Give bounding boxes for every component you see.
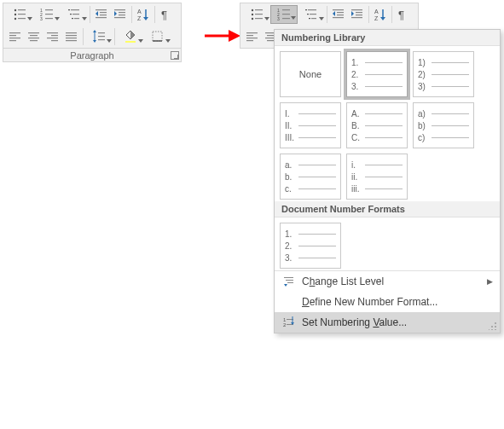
- svg-marker-82: [333, 11, 335, 16]
- svg-rect-19: [100, 12, 107, 13]
- format-option[interactable]: i. ii. iii.: [346, 154, 408, 200]
- borders-button[interactable]: [144, 27, 171, 46]
- resize-grip-icon[interactable]: [489, 322, 497, 330]
- fmt-label: b): [418, 121, 432, 130]
- format-option[interactable]: 1. 2. 3.: [346, 51, 408, 97]
- multilevel-list-button[interactable]: [61, 5, 88, 24]
- svg-rect-34: [9, 35, 16, 36]
- increase-indent-button[interactable]: [111, 5, 130, 24]
- sort-button[interactable]: AZ: [134, 5, 153, 24]
- separator: [131, 6, 132, 23]
- fmt-label: A.: [351, 109, 365, 119]
- menu-label: Change List Level: [302, 275, 482, 287]
- svg-rect-9: [45, 14, 53, 14]
- fmt-label: II.: [285, 121, 298, 130]
- fmt-label: B.: [351, 121, 365, 130]
- dropdown-menu: Change List Level ▶ Define New Number Fo…: [275, 270, 500, 333]
- svg-rect-86: [351, 17, 362, 18]
- fmt-label: i.: [351, 160, 365, 170]
- decrease-indent-button[interactable]: [92, 5, 111, 24]
- format-option[interactable]: I. II. III.: [280, 102, 341, 148]
- fmt-label: b.: [285, 172, 298, 182]
- svg-rect-63: [255, 14, 263, 14]
- bullets-button[interactable]: [6, 5, 33, 24]
- svg-rect-80: [337, 14, 344, 15]
- svg-rect-36: [9, 40, 16, 41]
- paragraph-group-left: 123 AZ ¶ Paragraph: [3, 3, 182, 62]
- format-option[interactable]: 1) 2) 3): [413, 51, 474, 97]
- svg-rect-33: [9, 32, 20, 33]
- svg-rect-84: [356, 12, 362, 13]
- svg-text:A: A: [137, 9, 142, 14]
- format-option[interactable]: a. b. c.: [280, 154, 341, 200]
- svg-rect-38: [30, 35, 38, 36]
- chevron-down-icon: [264, 17, 269, 20]
- svg-rect-26: [114, 17, 125, 18]
- format-none[interactable]: None: [280, 51, 341, 97]
- svg-rect-15: [72, 14, 79, 14]
- fmt-label: 1.: [285, 229, 298, 239]
- svg-rect-5: [18, 18, 26, 19]
- svg-rect-12: [68, 9, 70, 10]
- fmt-label: a): [418, 109, 432, 119]
- justify-button[interactable]: [62, 27, 81, 46]
- svg-rect-13: [71, 9, 79, 10]
- svg-point-60: [252, 9, 253, 11]
- numbering-button[interactable]: 123: [33, 5, 61, 24]
- svg-rect-69: [282, 14, 290, 14]
- chevron-down-icon: [55, 17, 60, 20]
- svg-marker-31: [143, 17, 148, 20]
- submenu-arrow-icon: ▶: [487, 277, 493, 286]
- define-new-format-item[interactable]: Define New Number Format...: [275, 292, 500, 312]
- align-center-button[interactable]: [25, 27, 43, 46]
- dialog-launcher-icon[interactable]: [171, 51, 179, 60]
- svg-rect-17: [74, 18, 79, 19]
- svg-point-2: [14, 14, 16, 15]
- align-left-button[interactable]: [243, 27, 262, 46]
- fmt-label: c): [418, 133, 432, 142]
- align-left-button[interactable]: [6, 27, 25, 46]
- svg-rect-37: [28, 32, 39, 33]
- fmt-label: 3.: [351, 82, 365, 91]
- svg-point-4: [14, 18, 16, 20]
- svg-rect-7: [45, 9, 53, 10]
- align-right-button[interactable]: [43, 27, 62, 46]
- increase-indent-button[interactable]: [348, 5, 367, 24]
- svg-marker-27: [114, 11, 117, 16]
- separator: [154, 6, 155, 23]
- show-hide-marks-button[interactable]: ¶: [157, 5, 176, 24]
- shading-button[interactable]: [117, 27, 144, 46]
- svg-rect-54: [98, 39, 105, 40]
- svg-rect-55: [125, 41, 136, 43]
- format-option[interactable]: A. B. C.: [346, 102, 408, 148]
- menu-label: Define New Number Format...: [302, 296, 493, 308]
- fmt-label: 2.: [351, 70, 365, 79]
- set-value-icon: 12: [281, 316, 297, 328]
- svg-rect-71: [282, 18, 290, 19]
- line-spacing-button[interactable]: [85, 27, 113, 46]
- multilevel-list-button[interactable]: [298, 5, 325, 24]
- format-option[interactable]: 1. 2. 3.: [280, 223, 341, 269]
- svg-rect-72: [305, 9, 307, 10]
- menu-label: Set Numbering Value...: [302, 316, 493, 328]
- svg-marker-104: [284, 284, 287, 287]
- numbering-button[interactable]: 123: [270, 5, 298, 24]
- set-numbering-value-item[interactable]: 12 Set Numbering Value...: [275, 312, 500, 333]
- chevron-down-icon: [138, 39, 143, 43]
- bullets-button[interactable]: [243, 5, 270, 24]
- svg-rect-18: [96, 9, 107, 10]
- svg-marker-91: [380, 17, 385, 20]
- separator: [90, 6, 90, 23]
- sort-button[interactable]: AZ: [371, 5, 390, 24]
- svg-rect-16: [72, 18, 73, 19]
- svg-text:¶: ¶: [398, 9, 404, 21]
- change-list-level-item[interactable]: Change List Level ▶: [275, 271, 500, 292]
- decrease-indent-button[interactable]: [329, 5, 348, 24]
- svg-rect-65: [255, 18, 263, 19]
- svg-rect-53: [98, 36, 105, 37]
- fmt-label: 2): [418, 70, 432, 79]
- svg-rect-93: [246, 32, 258, 33]
- svg-rect-14: [70, 14, 72, 14]
- show-hide-marks-button[interactable]: ¶: [394, 5, 413, 24]
- format-option[interactable]: a) b) c): [413, 102, 474, 148]
